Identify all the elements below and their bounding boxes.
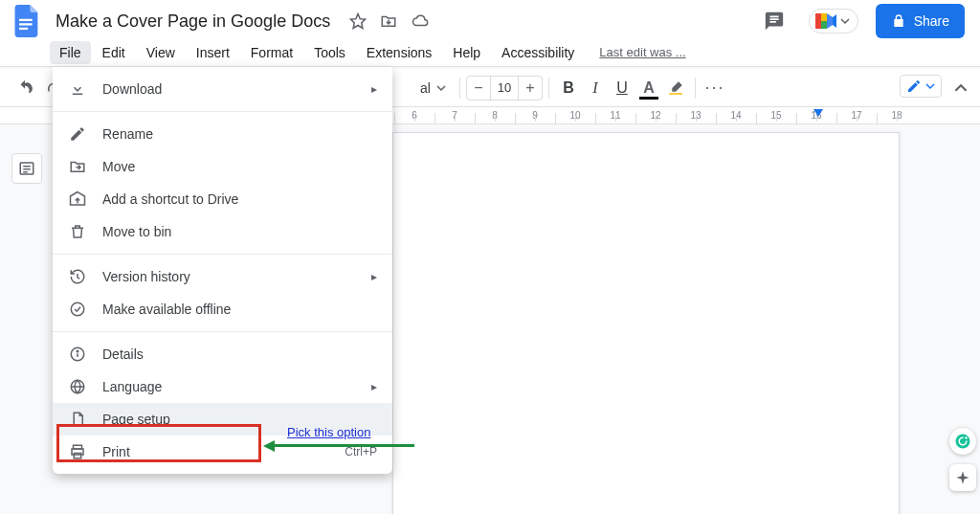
svg-point-19 (77, 350, 78, 352)
menu-divider (53, 331, 392, 332)
toolbar-separator (695, 78, 696, 99)
ruler-tick: 7 (434, 110, 475, 121)
file-menu-rename[interactable]: Rename (53, 118, 392, 150)
ruler-tick: 18 (877, 110, 917, 121)
header-right-actions: Share (757, 4, 970, 38)
menu-item-label: Details (102, 346, 144, 362)
file-menu-move[interactable]: Move (53, 150, 392, 183)
menu-insert[interactable]: Insert (187, 41, 239, 64)
ruler-tick: 8 (475, 110, 515, 121)
file-menu-language[interactable]: Language▸ (53, 370, 392, 403)
toolbar-separator (459, 78, 460, 99)
move-icon (68, 157, 87, 176)
bold-button[interactable]: B (555, 75, 582, 101)
editing-mode-button[interactable] (900, 75, 942, 98)
globe-icon (68, 377, 87, 396)
file-menu-details[interactable]: Details (53, 338, 392, 370)
svg-point-14 (956, 435, 970, 449)
font-size-decrease[interactable]: − (467, 79, 490, 97)
ruler-tick: 17 (836, 110, 877, 121)
menu-file[interactable]: File (50, 41, 91, 64)
menu-format[interactable]: Format (241, 41, 302, 64)
document-page[interactable] (392, 132, 900, 514)
last-edit-link[interactable]: Last edit was ... (599, 45, 685, 59)
font-family-picker[interactable]: al (412, 77, 454, 100)
menu-edit[interactable]: Edit (93, 41, 135, 64)
google-meet-button[interactable] (809, 9, 858, 34)
menu-tools[interactable]: Tools (304, 41, 355, 64)
side-badges (949, 428, 976, 491)
menu-divider (53, 111, 392, 112)
print-icon (68, 442, 87, 461)
document-outline-toggle[interactable] (11, 153, 42, 184)
svg-rect-6 (821, 21, 827, 29)
file-menu-dropdown: Download▸RenameMoveAdd a shortcut to Dri… (53, 67, 392, 474)
explore-badge-icon[interactable] (949, 464, 976, 491)
collapse-toolbar-button[interactable] (947, 75, 974, 101)
bin-icon (68, 222, 87, 241)
svg-rect-0 (19, 19, 33, 21)
docs-logo-icon[interactable] (10, 4, 44, 38)
menu-extensions[interactable]: Extensions (357, 41, 441, 64)
info-icon (68, 345, 87, 364)
page-icon (68, 410, 87, 429)
ruler-tick: 11 (595, 110, 635, 121)
file-menu-version-history[interactable]: Version history▸ (53, 260, 392, 293)
menu-shortcut: Ctrl+P (345, 445, 377, 458)
ruler-tick: 10 (555, 110, 595, 121)
cloud-status-icon[interactable] (411, 12, 430, 30)
move-to-folder-icon[interactable] (380, 12, 397, 30)
lock-icon (891, 13, 906, 29)
menu-item-label: Move to bin (102, 224, 171, 239)
download-icon (68, 79, 87, 99)
more-tools-button[interactable]: ··· (702, 75, 728, 101)
svg-marker-8 (833, 14, 836, 28)
file-menu-add-a-shortcut-to-drive[interactable]: Add a shortcut to Drive (53, 183, 392, 215)
svg-rect-9 (669, 93, 682, 95)
menu-item-label: Page setup (102, 412, 170, 427)
text-color-button[interactable]: A (635, 75, 662, 101)
file-menu-download[interactable]: Download▸ (53, 73, 392, 105)
grammarly-badge-icon[interactable] (949, 428, 976, 455)
menu-view[interactable]: View (137, 41, 185, 64)
rename-icon (68, 124, 87, 144)
chevron-down-icon (436, 83, 446, 93)
highlight-color-button[interactable] (662, 75, 689, 101)
ruler-tick: 14 (716, 110, 756, 121)
title-action-icons (349, 12, 430, 30)
svg-rect-4 (815, 13, 821, 29)
svg-rect-1 (19, 23, 33, 25)
submenu-arrow-icon: ▸ (371, 82, 377, 96)
font-family-label: al (420, 80, 431, 96)
pencil-icon (906, 78, 922, 94)
meet-icon (815, 13, 836, 29)
share-button-label: Share (914, 13, 949, 29)
menu-help[interactable]: Help (443, 41, 490, 64)
menu-item-label: Add a shortcut to Drive (102, 191, 238, 207)
star-icon[interactable] (349, 12, 367, 30)
menu-item-label: Make available offline (102, 302, 231, 317)
document-title[interactable]: Make a Cover Page in Google Docs (50, 10, 336, 34)
file-menu-print[interactable]: PrintCtrl+P (53, 436, 392, 468)
comment-history-icon[interactable] (757, 4, 791, 38)
undo-button[interactable] (11, 75, 38, 101)
ruler-right-indent-marker[interactable] (813, 109, 823, 117)
menu-accessibility[interactable]: Accessibility (492, 41, 584, 64)
svg-rect-2 (19, 28, 28, 30)
underline-button[interactable]: U (609, 75, 635, 101)
file-menu-make-available-offline[interactable]: Make available offline (53, 293, 392, 325)
italic-button[interactable]: I (582, 75, 609, 101)
svg-marker-3 (351, 14, 366, 29)
chevron-down-icon (840, 16, 850, 26)
menu-item-label: Rename (102, 126, 153, 142)
menu-item-label: Version history (102, 269, 190, 284)
ruler-tick: 6 (394, 110, 434, 121)
font-size-increase[interactable]: + (519, 79, 542, 97)
annotation-label: Pick this option (287, 425, 370, 439)
share-button[interactable]: Share (876, 4, 965, 38)
ruler-tick: 9 (515, 110, 555, 121)
menu-bar: File Edit View Insert Format Tools Exten… (0, 38, 980, 67)
file-menu-move-to-bin[interactable]: Move to bin (53, 215, 392, 248)
menu-item-label: Download (102, 81, 162, 97)
font-size-input[interactable] (490, 77, 519, 100)
